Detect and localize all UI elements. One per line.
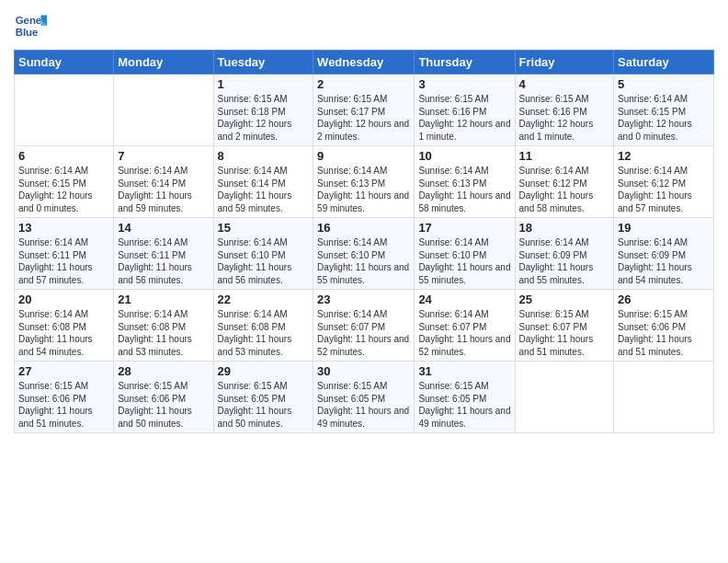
cell-info: Sunrise: 6:14 AM Sunset: 6:11 PM Dayligh… (18, 236, 109, 286)
calendar-cell: 13Sunrise: 6:14 AM Sunset: 6:11 PM Dayli… (15, 218, 114, 290)
calendar-cell (614, 362, 714, 433)
calendar-cell (15, 75, 114, 146)
calendar-header-saturday: Saturday (614, 51, 714, 75)
cell-info: Sunrise: 6:14 AM Sunset: 6:08 PM Dayligh… (18, 308, 109, 358)
day-number: 7 (118, 149, 209, 163)
cell-info: Sunrise: 6:15 AM Sunset: 6:05 PM Dayligh… (418, 380, 510, 430)
day-number: 11 (519, 149, 610, 163)
calendar-cell: 26Sunrise: 6:15 AM Sunset: 6:06 PM Dayli… (614, 290, 714, 362)
day-number: 25 (519, 293, 610, 306)
day-number: 16 (317, 221, 410, 235)
calendar-cell: 30Sunrise: 6:15 AM Sunset: 6:05 PM Dayli… (313, 362, 415, 433)
cell-info: Sunrise: 6:14 AM Sunset: 6:15 PM Dayligh… (618, 93, 710, 143)
calendar-week-row: 27Sunrise: 6:15 AM Sunset: 6:06 PM Dayli… (15, 362, 714, 433)
calendar-cell: 18Sunrise: 6:14 AM Sunset: 6:09 PM Dayli… (515, 218, 614, 290)
day-number: 17 (418, 221, 510, 235)
cell-info: Sunrise: 6:14 AM Sunset: 6:14 PM Dayligh… (118, 165, 209, 214)
calendar-cell: 16Sunrise: 6:14 AM Sunset: 6:10 PM Dayli… (313, 218, 415, 290)
calendar-header-tuesday: Tuesday (213, 51, 313, 75)
cell-info: Sunrise: 6:15 AM Sunset: 6:05 PM Dayligh… (218, 380, 310, 430)
day-number: 28 (118, 364, 209, 378)
cell-info: Sunrise: 6:14 AM Sunset: 6:10 PM Dayligh… (317, 236, 410, 286)
cell-info: Sunrise: 6:15 AM Sunset: 6:17 PM Dayligh… (317, 93, 410, 143)
calendar-cell: 2Sunrise: 6:15 AM Sunset: 6:17 PM Daylig… (313, 75, 415, 146)
calendar-cell: 28Sunrise: 6:15 AM Sunset: 6:06 PM Dayli… (114, 362, 213, 433)
cell-info: Sunrise: 6:15 AM Sunset: 6:06 PM Dayligh… (118, 380, 209, 430)
calendar-cell: 23Sunrise: 6:14 AM Sunset: 6:07 PM Dayli… (313, 290, 415, 362)
day-number: 26 (618, 293, 710, 306)
cell-info: Sunrise: 6:14 AM Sunset: 6:12 PM Dayligh… (519, 165, 610, 214)
logo: General Blue (14, 9, 47, 42)
day-number: 5 (618, 77, 710, 91)
page: General Blue SundayMondayTuesdayWednesda… (0, 0, 728, 563)
cell-info: Sunrise: 6:15 AM Sunset: 6:07 PM Dayligh… (519, 308, 610, 358)
calendar-cell: 21Sunrise: 6:14 AM Sunset: 6:08 PM Dayli… (114, 290, 213, 362)
day-number: 14 (118, 221, 209, 235)
day-number: 1 (218, 77, 310, 91)
calendar-header-row: SundayMondayTuesdayWednesdayThursdayFrid… (15, 51, 714, 75)
cell-info: Sunrise: 6:14 AM Sunset: 6:13 PM Dayligh… (317, 165, 410, 214)
calendar-cell: 25Sunrise: 6:15 AM Sunset: 6:07 PM Dayli… (515, 290, 614, 362)
calendar-header-monday: Monday (114, 51, 213, 75)
day-number: 19 (618, 221, 710, 235)
day-number: 6 (18, 149, 109, 163)
calendar-cell: 22Sunrise: 6:14 AM Sunset: 6:08 PM Dayli… (213, 290, 313, 362)
day-number: 12 (618, 149, 710, 163)
calendar-week-row: 20Sunrise: 6:14 AM Sunset: 6:08 PM Dayli… (15, 290, 714, 362)
cell-info: Sunrise: 6:14 AM Sunset: 6:08 PM Dayligh… (118, 308, 209, 358)
cell-info: Sunrise: 6:14 AM Sunset: 6:12 PM Dayligh… (618, 165, 710, 214)
day-number: 3 (418, 77, 510, 91)
cell-info: Sunrise: 6:15 AM Sunset: 6:18 PM Dayligh… (218, 93, 310, 143)
calendar-cell: 15Sunrise: 6:14 AM Sunset: 6:10 PM Dayli… (213, 218, 313, 290)
calendar-header-thursday: Thursday (415, 51, 515, 75)
calendar-header-wednesday: Wednesday (313, 51, 415, 75)
cell-info: Sunrise: 6:14 AM Sunset: 6:08 PM Dayligh… (218, 308, 310, 358)
cell-info: Sunrise: 6:14 AM Sunset: 6:10 PM Dayligh… (418, 236, 510, 286)
calendar-cell: 11Sunrise: 6:14 AM Sunset: 6:12 PM Dayli… (515, 146, 614, 218)
header: General Blue (14, 9, 714, 42)
cell-info: Sunrise: 6:15 AM Sunset: 6:05 PM Dayligh… (317, 380, 410, 430)
cell-info: Sunrise: 6:14 AM Sunset: 6:15 PM Dayligh… (18, 165, 109, 214)
calendar-cell: 17Sunrise: 6:14 AM Sunset: 6:10 PM Dayli… (415, 218, 515, 290)
cell-info: Sunrise: 6:15 AM Sunset: 6:16 PM Dayligh… (418, 93, 510, 143)
calendar-cell: 29Sunrise: 6:15 AM Sunset: 6:05 PM Dayli… (213, 362, 313, 433)
calendar-cell: 4Sunrise: 6:15 AM Sunset: 6:16 PM Daylig… (515, 75, 614, 146)
day-number: 21 (118, 293, 209, 306)
calendar-cell: 10Sunrise: 6:14 AM Sunset: 6:13 PM Dayli… (415, 146, 515, 218)
calendar-cell: 24Sunrise: 6:14 AM Sunset: 6:07 PM Dayli… (415, 290, 515, 362)
day-number: 29 (218, 364, 310, 378)
calendar-cell (515, 362, 614, 433)
day-number: 20 (18, 293, 109, 306)
calendar-cell: 12Sunrise: 6:14 AM Sunset: 6:12 PM Dayli… (614, 146, 714, 218)
cell-info: Sunrise: 6:15 AM Sunset: 6:16 PM Dayligh… (519, 93, 610, 143)
day-number: 27 (18, 364, 109, 378)
calendar-cell: 19Sunrise: 6:14 AM Sunset: 6:09 PM Dayli… (614, 218, 714, 290)
calendar-header-friday: Friday (515, 51, 614, 75)
calendar-cell: 20Sunrise: 6:14 AM Sunset: 6:08 PM Dayli… (15, 290, 114, 362)
calendar-cell: 5Sunrise: 6:14 AM Sunset: 6:15 PM Daylig… (614, 75, 714, 146)
calendar-week-row: 1Sunrise: 6:15 AM Sunset: 6:18 PM Daylig… (15, 75, 714, 146)
day-number: 13 (18, 221, 109, 235)
day-number: 30 (317, 364, 410, 378)
day-number: 10 (418, 149, 510, 163)
cell-info: Sunrise: 6:14 AM Sunset: 6:11 PM Dayligh… (118, 236, 209, 286)
calendar-cell: 3Sunrise: 6:15 AM Sunset: 6:16 PM Daylig… (415, 75, 515, 146)
calendar-cell: 1Sunrise: 6:15 AM Sunset: 6:18 PM Daylig… (213, 75, 313, 146)
svg-text:Blue: Blue (16, 27, 39, 38)
logo-icon: General Blue (14, 9, 47, 42)
cell-info: Sunrise: 6:14 AM Sunset: 6:13 PM Dayligh… (418, 165, 510, 214)
calendar-cell (114, 75, 213, 146)
day-number: 8 (218, 149, 310, 163)
cell-info: Sunrise: 6:14 AM Sunset: 6:09 PM Dayligh… (519, 236, 610, 286)
calendar-header-sunday: Sunday (15, 51, 114, 75)
cell-info: Sunrise: 6:14 AM Sunset: 6:10 PM Dayligh… (218, 236, 310, 286)
calendar-week-row: 6Sunrise: 6:14 AM Sunset: 6:15 PM Daylig… (15, 146, 714, 218)
calendar-table: SundayMondayTuesdayWednesdayThursdayFrid… (14, 50, 714, 433)
day-number: 31 (418, 364, 510, 378)
cell-info: Sunrise: 6:14 AM Sunset: 6:09 PM Dayligh… (618, 236, 710, 286)
calendar-cell: 14Sunrise: 6:14 AM Sunset: 6:11 PM Dayli… (114, 218, 213, 290)
cell-info: Sunrise: 6:15 AM Sunset: 6:06 PM Dayligh… (618, 308, 710, 358)
cell-info: Sunrise: 6:14 AM Sunset: 6:14 PM Dayligh… (218, 165, 310, 214)
calendar-cell: 6Sunrise: 6:14 AM Sunset: 6:15 PM Daylig… (15, 146, 114, 218)
calendar-week-row: 13Sunrise: 6:14 AM Sunset: 6:11 PM Dayli… (15, 218, 714, 290)
